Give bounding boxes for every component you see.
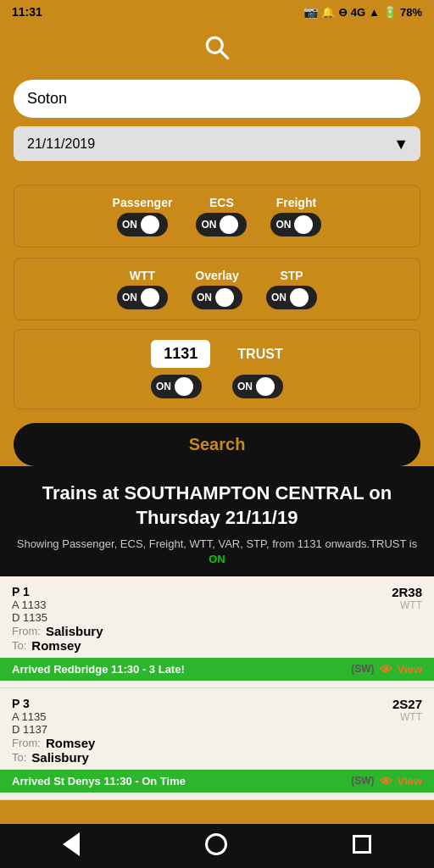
trust-label: TRUST [237, 347, 282, 362]
ecs-on-text: ON [201, 219, 216, 231]
overlay-toggle-group: Overlay ON [192, 269, 242, 309]
passenger-label: Passenger [113, 196, 173, 209]
view-link[interactable]: View [398, 663, 422, 676]
trust-toggle[interactable]: ON [232, 375, 283, 398]
train-type: WTT [392, 599, 422, 611]
train-left: P 1 A 1133 D 1135 From: Salisbury To: Ro… [12, 585, 392, 653]
train-to-row: To: Romsey [12, 638, 392, 653]
arrived-bar: Arrived Redbridge 11:30 - 3 Late! (SW) 👁… [0, 658, 434, 681]
train-right: 2S27 WTT [392, 697, 422, 723]
passenger-toggle-group: Passenger ON [113, 196, 173, 236]
instagram-icon: 📷 [303, 5, 318, 19]
toggle-row-1: Passenger ON ECS ON Freight ON [28, 196, 406, 236]
sw-badge: (SW) [351, 775, 374, 787]
ecs-toggle[interactable]: ON [196, 213, 247, 236]
trust-on-text: ON [237, 381, 253, 392]
train-uid: 2R38 [392, 585, 422, 599]
to-label: To: [12, 639, 26, 652]
results-subtitle: Showing Passenger, ECS, Freight, WTT, VA… [14, 537, 420, 567]
status-bar: 11:31 📷 🔔 ⊖ 4G ▲ 🔋 78% [0, 0, 434, 22]
overlay-on-text: ON [197, 292, 212, 303]
train-right: 2R38 WTT [392, 585, 422, 611]
arrived-right: (SW) 👁 View [351, 774, 422, 788]
search-button[interactable]: Search [14, 423, 420, 466]
time-value[interactable]: 1131 [151, 340, 210, 368]
stp-toggle[interactable]: ON [266, 286, 317, 309]
arrived-text: Arrived Redbridge 11:30 - 3 Late! [12, 663, 185, 676]
wtt-toggle[interactable]: ON [117, 286, 168, 309]
train-top-row: P 3 A 1135 D 1137 From: Romsey To: Salis… [12, 697, 422, 765]
train-type: WTT [392, 711, 422, 723]
battery-percent: 78% [400, 6, 422, 19]
recent-button[interactable] [353, 835, 371, 854]
wtt-toggle-group: WTT ON [117, 269, 168, 309]
overlay-knob [215, 288, 234, 307]
wtt-on-text: ON [122, 292, 137, 303]
time-on-text: ON [156, 381, 171, 392]
to-place: Romsey [31, 638, 81, 653]
from-place: Romsey [46, 736, 95, 750]
recent-icon [353, 835, 371, 854]
stp-label: STP [280, 269, 303, 282]
ecs-toggle-group: ECS ON [196, 196, 247, 236]
home-icon [205, 833, 227, 855]
time-toggle[interactable]: ON [151, 375, 202, 398]
app-header [0, 22, 434, 80]
overlay-toggle[interactable]: ON [192, 286, 242, 309]
stp-knob [290, 288, 309, 307]
view-link[interactable]: View [398, 775, 422, 787]
train-card: P 1 A 1133 D 1135 From: Salisbury To: Ro… [0, 576, 434, 681]
time-trust-section: 1131 TRUST ON ON [14, 329, 420, 409]
passenger-toggle[interactable]: ON [117, 213, 168, 236]
eye-icon: 👁 [380, 662, 392, 676]
trust-knob [256, 377, 275, 396]
home-button[interactable] [205, 833, 227, 855]
train-arrive-time: A 1133 D 1135 [12, 598, 392, 624]
arrived-right: (SW) 👁 View [351, 662, 422, 676]
wtt-overlay-stp-toggles: WTT ON Overlay ON STP ON [14, 258, 420, 320]
signal-bars-icon: ▲ [369, 6, 380, 19]
date-select[interactable]: 21/11/2019 [14, 126, 420, 161]
svg-line-1 [220, 51, 228, 58]
to-label: To: [12, 751, 26, 764]
to-place: Salisbury [31, 750, 89, 765]
eye-icon: 👁 [380, 774, 392, 788]
signal-4g-icon: 4G [351, 6, 365, 19]
stp-toggle-group: STP ON [266, 269, 317, 309]
vibrate-icon: 🔔 [321, 6, 335, 19]
trust-on-badge: ON [209, 553, 225, 565]
form-area: Soton 21/11/2019 ▼ [0, 80, 434, 175]
ecs-label: ECS [209, 196, 234, 209]
results-header: Trains at SOUTHAMPTON CENTRAL on Thursda… [0, 466, 434, 576]
passenger-knob [141, 215, 159, 234]
overlay-label: Overlay [195, 269, 238, 282]
search-icon [202, 32, 232, 66]
status-time: 11:31 [12, 5, 42, 19]
from-label: From: [12, 625, 41, 637]
train-platform: P 1 [12, 585, 392, 598]
from-place: Salisbury [46, 624, 103, 638]
freight-toggle-group: Freight ON [270, 196, 321, 236]
train-card: P 3 A 1135 D 1137 From: Romsey To: Salis… [0, 688, 434, 793]
from-label: From: [12, 737, 41, 749]
stp-on-text: ON [271, 292, 287, 303]
train-platform: P 3 [12, 697, 392, 710]
back-icon [63, 832, 80, 856]
freight-toggle[interactable]: ON [270, 213, 321, 236]
back-button[interactable] [63, 832, 80, 856]
passenger-on-text: ON [122, 219, 137, 231]
ecs-knob [220, 215, 238, 234]
location-input[interactable]: Soton [14, 80, 420, 118]
train-from-row: From: Romsey [12, 736, 392, 750]
nav-bar [0, 824, 434, 868]
toggle-row-2: WTT ON Overlay ON STP ON [28, 269, 406, 309]
wtt-label: WTT [130, 269, 155, 282]
time-trust-toggle-row: ON ON [28, 375, 406, 398]
train-from-row: From: Salisbury [12, 624, 392, 638]
train-top-row: P 1 A 1133 D 1135 From: Salisbury To: Ro… [12, 585, 422, 653]
train-to-row: To: Salisbury [12, 750, 392, 765]
passenger-ecs-freight-toggles: Passenger ON ECS ON Freight ON [14, 185, 420, 248]
train-left: P 3 A 1135 D 1137 From: Romsey To: Salis… [12, 697, 392, 765]
results-title: Trains at SOUTHAMPTON CENTRAL on Thursda… [14, 481, 420, 530]
train-arrive-time: A 1135 D 1137 [12, 710, 392, 736]
